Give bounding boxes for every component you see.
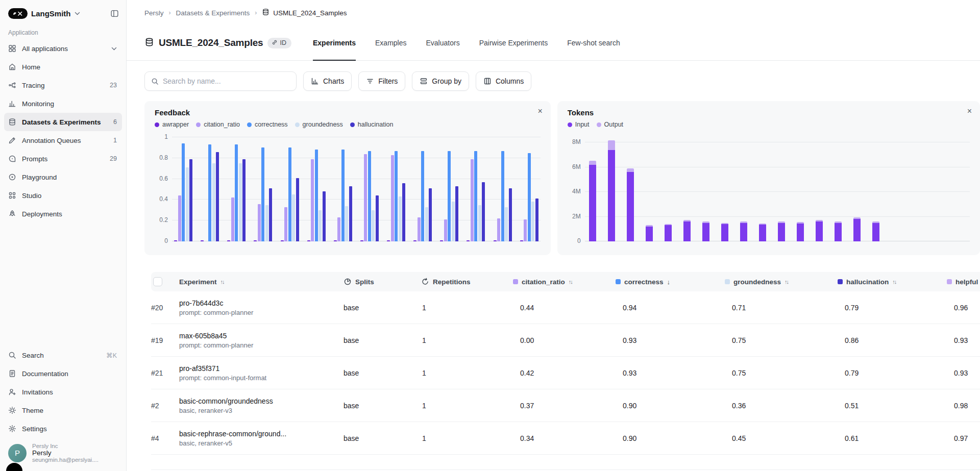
tokens-legend-output[interactable]: Output — [597, 121, 624, 128]
column-header-hallucination[interactable]: hallucination↑↓ — [838, 278, 947, 286]
stacked-bar — [740, 221, 747, 241]
keyboard-shortcut: ⌘K — [106, 352, 117, 359]
column-label: correctness — [624, 278, 664, 286]
table-row[interactable]: #4basic-rephrase-common/ground...basic, … — [151, 422, 980, 455]
stacked-bar — [683, 220, 691, 241]
table-row[interactable]: #2basic-common/groundednessbasic, rerank… — [151, 389, 980, 422]
tab-evaluators[interactable]: Evaluators — [426, 26, 459, 61]
sidebar-item-all-applications[interactable]: All applications — [4, 39, 122, 58]
input-segment — [853, 219, 861, 241]
column-header-experiment[interactable]: Experiment↑↓ — [179, 278, 344, 286]
column-header-rownum[interactable] — [151, 277, 179, 286]
filters-button[interactable]: Filters — [358, 71, 405, 91]
tokens-legend-input[interactable]: Input — [568, 121, 590, 128]
sidebar-item-theme[interactable]: Theme — [4, 401, 122, 419]
sort-icon[interactable]: ↑↓ — [569, 279, 572, 285]
sidebar-item-monitoring[interactable]: Monitoring — [4, 94, 122, 113]
groundedness-bar — [186, 167, 189, 241]
table-row[interactable]: #21pro-af35f371prompt: common-input-form… — [151, 357, 980, 389]
feedback-legend-correctness[interactable]: correctness — [247, 121, 288, 128]
column-header-citation_ratio[interactable]: citation_ratio↑↓ — [513, 278, 616, 286]
breadcrumb: Persly › Datasets & Experiments › USMLE_… — [127, 0, 980, 26]
sort-icon[interactable]: ↑↓ — [785, 279, 788, 285]
column-header-groundedness[interactable]: groundedness↑↓ — [725, 278, 838, 286]
sidebar-item-invitations[interactable]: Invitations — [4, 383, 122, 401]
awrapper-bar — [467, 240, 470, 241]
search-input[interactable] — [163, 77, 290, 85]
sidebar-item-datasets-experiments[interactable]: Datasets & Experiments6 — [4, 113, 122, 131]
sidebar-item-deployments[interactable]: Deployments — [4, 205, 122, 223]
sidebar-nav: All applicationsHomeTracing23MonitoringD… — [4, 39, 122, 223]
groundedness-cell: 0.75 — [725, 369, 838, 377]
breadcrumb-section[interactable]: Datasets & Experiments — [176, 9, 250, 17]
repetitions-cell: 1 — [421, 402, 513, 410]
sidebar-item-tracing[interactable]: Tracing23 — [4, 76, 122, 94]
feedback-legend-citation-ratio[interactable]: citation_ratio — [196, 121, 240, 128]
column-header-helpful[interactable]: helpful — [947, 278, 980, 286]
splits-cell: base — [344, 369, 421, 377]
table-row[interactable]: #20pro-7b644d3cprompt: common-plannerbas… — [151, 291, 980, 324]
tab-few-shot-search[interactable]: Few-shot search — [567, 26, 620, 61]
chevron-down-icon — [111, 47, 117, 51]
citation_ratio-cell: 0.34 — [513, 434, 616, 442]
invitations-icon — [8, 388, 16, 396]
copy-id-button[interactable]: ID — [267, 38, 291, 48]
sort-icon[interactable]: ↑↓ — [892, 279, 896, 285]
sidebar-item-home[interactable]: Home — [4, 58, 122, 76]
column-header-correctness[interactable]: correctness↓ — [616, 278, 725, 286]
sidebar-item-settings[interactable]: Settings — [4, 419, 122, 438]
sidebar-item-documentation[interactable]: Documentation — [4, 364, 122, 383]
correctness-bar — [395, 151, 398, 241]
main-content: Persly › Datasets & Experiments › USMLE_… — [127, 0, 980, 471]
tab-pairwise-experiments[interactable]: Pairwise Experiments — [479, 26, 548, 61]
groundedness-bar — [505, 207, 508, 241]
groundedness-bar — [452, 202, 455, 241]
sidebar-item-label: Datasets & Experiments — [22, 118, 108, 126]
column-header-splits[interactable]: Splits — [344, 278, 421, 286]
bar-group — [360, 151, 379, 241]
legend-label: groundedness — [303, 121, 343, 128]
group-by-button[interactable]: Group by — [412, 71, 469, 91]
sidebar-item-playground[interactable]: Playground — [4, 168, 122, 186]
awrapper-bar — [413, 240, 416, 241]
search-box — [144, 71, 297, 91]
charts-button[interactable]: Charts — [303, 71, 352, 91]
tab-examples[interactable]: Examples — [375, 26, 406, 61]
breadcrumb-dataset[interactable]: USMLE_2024_Samples — [262, 8, 347, 17]
feedback-legend-awrapper[interactable]: awrapper — [155, 121, 189, 128]
citation_ratio-cell: 0.44 — [513, 304, 616, 312]
awrapper-bar — [520, 240, 523, 241]
breadcrumb-workspace[interactable]: Persly — [144, 9, 164, 17]
table-row[interactable]: #19max-605b8a45prompt: common-plannerbas… — [151, 324, 980, 357]
sidebar-item-prompts[interactable]: Prompts29 — [4, 150, 122, 168]
sort-icon[interactable]: ↓ — [667, 278, 671, 286]
tab-experiments[interactable]: Experiments — [313, 26, 356, 61]
sidebar-item-search[interactable]: Search⌘K — [4, 346, 122, 364]
workspace-chevron-down-icon[interactable] — [75, 12, 80, 15]
sidebar-item-studio[interactable]: Studio — [4, 186, 122, 205]
link-icon — [272, 39, 278, 47]
sidebar-item-annotation-queues[interactable]: Annotation Queues1 — [4, 131, 122, 150]
select-all-checkbox[interactable] — [153, 277, 162, 286]
brand-name[interactable]: LangSmith — [31, 9, 71, 18]
close-feedback-chart-button[interactable]: × — [537, 107, 542, 115]
column-label: hallucination — [846, 278, 889, 286]
collapse-sidebar-icon[interactable] — [109, 8, 120, 19]
close-tokens-chart-button[interactable]: × — [967, 107, 972, 115]
tokens-chart-card: Tokens × InputOutput 8M6M4M2M0 — [557, 101, 980, 255]
feedback-legend-groundedness[interactable]: groundedness — [295, 121, 343, 128]
columns-button[interactable]: Columns — [476, 71, 531, 91]
correctness-bar — [288, 147, 291, 241]
column-header-repetitions[interactable]: Repetitions — [421, 278, 513, 286]
groundedness-bar — [265, 205, 268, 241]
search-icon — [8, 351, 16, 359]
table-header: Experiment↑↓SplitsRepetitionscitation_ra… — [151, 272, 980, 291]
feedback-legend-hallucination[interactable]: hallucination — [350, 121, 394, 128]
tokens-legend: InputOutput — [568, 121, 970, 128]
charts-icon — [311, 77, 319, 85]
experiments-table: Experiment↑↓SplitsRepetitionscitation_ra… — [151, 272, 980, 470]
hallucination-bar — [269, 188, 272, 241]
metric-color-chip — [513, 279, 518, 284]
sort-icon[interactable]: ↑↓ — [220, 279, 224, 285]
user-menu[interactable]: P Persly Inc Persly seungmin.ha@perslyai… — [4, 438, 122, 471]
